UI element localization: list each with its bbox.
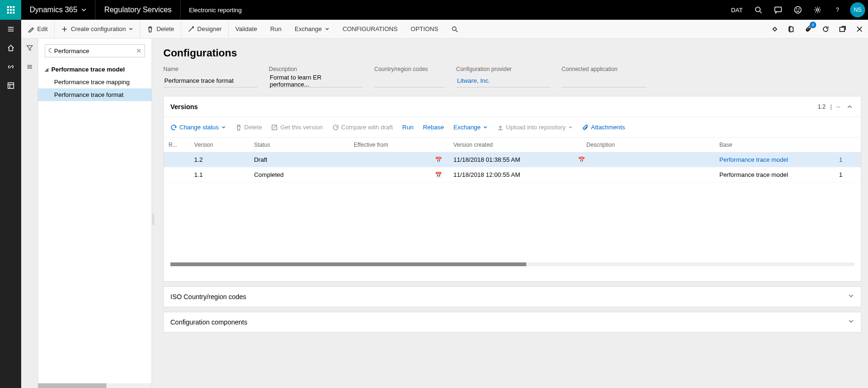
field-value-country[interactable]	[374, 74, 445, 87]
field-value-provider[interactable]: Litware, Inc.	[456, 74, 550, 87]
col-description[interactable]: Description	[582, 138, 715, 152]
delete-button[interactable]: Delete	[140, 20, 181, 39]
col-version[interactable]: Version	[190, 138, 249, 152]
clear-search-button[interactable]: ✕	[136, 47, 142, 55]
exchange-menu[interactable]: Exchange	[288, 20, 336, 39]
compare-draft-button[interactable]: Compare with draft	[332, 124, 393, 131]
close-button[interactable]	[851, 20, 868, 39]
upload-icon	[497, 124, 504, 131]
recent-button[interactable]	[0, 57, 21, 76]
cell-basever: 1	[834, 167, 861, 182]
collapse-versions-button[interactable]	[845, 102, 854, 111]
cell-version: 1.2	[190, 152, 249, 167]
filter-button[interactable]	[21, 39, 38, 57]
run-button[interactable]: Run	[264, 20, 288, 39]
configurations-tab[interactable]: CONFIGURATIONS	[336, 20, 404, 39]
refresh-button[interactable]	[817, 20, 834, 39]
table-row[interactable]: 1.2Draft📅11/18/2018 01:38:55 AM📅Performa…	[164, 152, 861, 167]
tree-search-input[interactable]	[54, 48, 133, 55]
configuration-tree: ◢ Performance trace model Performance tr…	[38, 60, 152, 104]
validate-button[interactable]: Validate	[229, 20, 264, 39]
designer-button[interactable]: Designer	[181, 20, 229, 39]
tree-search-box[interactable]: ✕	[45, 44, 145, 57]
user-avatar[interactable]: NS	[850, 2, 865, 17]
iso-codes-card[interactable]: ISO Country/region codes	[163, 286, 861, 307]
company-picker[interactable]: DAT	[725, 7, 748, 14]
settings-button[interactable]	[808, 0, 828, 20]
splitter-handle[interactable]	[152, 214, 154, 225]
grid-h-scrollbar[interactable]	[170, 262, 854, 266]
col-effective[interactable]: Effective from	[349, 138, 449, 152]
tree-node-root[interactable]: ◢ Performance trace model	[38, 63, 152, 76]
field-value-name[interactable]: Performance trace format	[163, 74, 257, 87]
version-run-button[interactable]: Run	[402, 124, 414, 131]
tree-node-mapping[interactable]: Performance trace mapping	[38, 76, 152, 88]
app-launcher-button[interactable]	[0, 0, 21, 20]
col-created[interactable]: Version created	[449, 138, 581, 152]
iso-codes-title: ISO Country/region codes	[170, 293, 246, 301]
svg-rect-0	[7, 6, 9, 8]
chevron-down-icon	[483, 125, 488, 130]
version-attachments-button[interactable]: Attachments	[582, 124, 625, 131]
office-button[interactable]	[783, 20, 800, 39]
hamburger-icon	[7, 25, 15, 33]
expand-iso-button[interactable]	[848, 293, 854, 301]
col-basever[interactable]	[834, 138, 861, 152]
cell-effective: 📅	[349, 152, 449, 167]
cell-created: 11/18/2018 01:38:55 AM	[449, 152, 581, 167]
col-status[interactable]: Status	[249, 138, 349, 152]
chevron-down-icon	[848, 293, 854, 299]
brand-menu[interactable]: Dynamics 365	[21, 0, 96, 20]
edit-box-icon	[271, 124, 278, 131]
configuration-components-card[interactable]: Configuration components	[163, 312, 861, 333]
create-configuration-button[interactable]: Create configuration	[55, 20, 140, 39]
workspace-button[interactable]	[0, 76, 21, 95]
versions-card: Versions 1.2 | -- Change status Delete G…	[163, 96, 861, 282]
tree-h-scrollbar[interactable]	[38, 383, 152, 388]
chevron-down-icon	[81, 7, 87, 13]
attachments-button[interactable]: 0	[800, 20, 817, 39]
connect-button[interactable]	[766, 20, 783, 39]
office-icon	[788, 25, 796, 33]
messages-button[interactable]	[768, 0, 788, 20]
list-toggle-button[interactable]	[21, 57, 38, 76]
tree-node-format[interactable]: Performance trace format	[38, 88, 152, 101]
field-label-name: Name	[163, 66, 257, 72]
svg-rect-3	[7, 9, 9, 11]
paperclip-icon	[582, 124, 589, 131]
expand-components-button[interactable]	[848, 318, 854, 326]
get-version-button[interactable]: Get this version	[271, 124, 322, 131]
search-icon	[48, 48, 51, 54]
nav-toggle-button[interactable]	[0, 20, 21, 39]
change-status-button[interactable]: Change status	[170, 124, 226, 131]
cell-base[interactable]: Performance trace model	[715, 152, 834, 167]
col-base[interactable]: Base	[715, 138, 834, 152]
col-r[interactable]: R...	[164, 138, 190, 152]
breadcrumb[interactable]: Electronic reporting	[181, 0, 250, 20]
feedback-button[interactable]	[788, 0, 808, 20]
version-delete-button[interactable]: Delete	[235, 124, 262, 131]
rebase-button[interactable]: Rebase	[423, 124, 444, 131]
version-exchange-menu[interactable]: Exchange	[453, 124, 488, 131]
table-row[interactable]: 1.1Completed📅11/18/2018 12:00:55 AMPerfo…	[164, 167, 861, 182]
home-button[interactable]	[0, 39, 21, 57]
cell-basever: 1	[834, 152, 861, 167]
popout-button[interactable]	[834, 20, 851, 39]
cell-base: Performance trace model	[715, 167, 834, 182]
left-nav-rail	[0, 20, 21, 388]
options-tab[interactable]: OPTIONS	[404, 20, 445, 39]
cycle-icon	[170, 124, 177, 131]
pencil-icon	[28, 26, 34, 32]
field-value-connected-app[interactable]	[562, 74, 646, 87]
svg-point-11	[795, 7, 801, 13]
edit-button[interactable]: Edit	[21, 20, 55, 39]
action-search-button[interactable]	[445, 20, 465, 39]
page-title: Configurations	[163, 47, 861, 59]
search-button[interactable]	[748, 0, 768, 20]
help-button[interactable]: ?	[828, 0, 847, 20]
field-value-description[interactable]: Format to learn ER performance...	[269, 74, 363, 87]
field-label-connected-app: Connected application	[562, 66, 646, 72]
smile-icon	[794, 6, 802, 14]
upload-repository-button[interactable]: Upload into repository	[497, 124, 572, 131]
trash-icon	[147, 26, 153, 32]
